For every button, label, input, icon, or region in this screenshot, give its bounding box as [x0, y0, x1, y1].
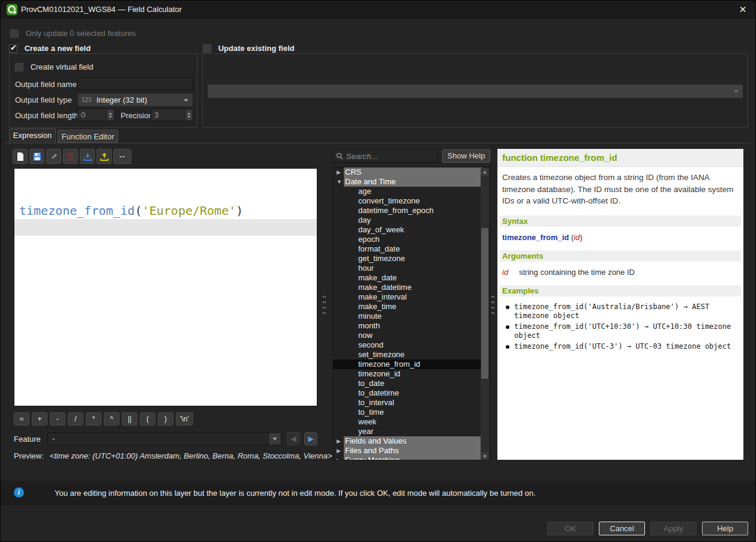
- tree-item-convert-timezone[interactable]: convert_timezone: [333, 196, 482, 206]
- tree-item-age[interactable]: age: [333, 187, 482, 196]
- tree-item-month[interactable]: month: [333, 321, 482, 331]
- checkbox-box[interactable]: [203, 44, 211, 53]
- tree-item-week[interactable]: week: [333, 417, 482, 427]
- new-expression-button[interactable]: [13, 149, 28, 164]
- output-field-name-input[interactable]: [77, 77, 193, 90]
- feature-select[interactable]: -: [47, 432, 281, 445]
- tree-item-make-interval[interactable]: make_interval: [333, 292, 482, 302]
- syntax-function-name: timezone_from_id: [502, 233, 569, 242]
- tree-group-fuzzy-matching[interactable]: ▶Fuzzy Matching: [333, 456, 482, 460]
- update-existing-field-checkbox[interactable]: Update existing field: [203, 44, 295, 53]
- tree-group-files-and-paths[interactable]: ▶Files and Paths: [333, 446, 482, 456]
- import-down-arrow-icon: [83, 152, 92, 161]
- group-label: Files and Paths: [344, 446, 482, 456]
- spinner-arrows-icon[interactable]: [106, 109, 114, 121]
- tree-item-get-timezone[interactable]: get_timezone: [333, 254, 482, 263]
- group-label: Fields and Values: [344, 436, 482, 446]
- tree-item-day[interactable]: day: [333, 215, 482, 225]
- precision-stepper[interactable]: 3: [151, 109, 193, 121]
- tree-item-format-date[interactable]: format_date: [333, 244, 482, 254]
- example-row: timezone_from_id('Australia/Brisbane') →…: [512, 303, 739, 321]
- operator-button[interactable]: /: [68, 412, 83, 426]
- existing-field-select: [207, 84, 743, 98]
- tree-item-second[interactable]: second: [333, 340, 482, 350]
- function-search[interactable]: [332, 149, 438, 163]
- tree-item-make-datetime[interactable]: make_datetime: [333, 283, 482, 292]
- chevron-collapsed-icon[interactable]: ▶: [337, 456, 341, 460]
- create-new-field-checkbox[interactable]: Create a new field: [9, 44, 91, 53]
- save-expression-button[interactable]: [29, 149, 44, 164]
- operator-button[interactable]: -: [50, 412, 65, 426]
- operator-button[interactable]: ): [158, 412, 173, 426]
- editor-cursor-line: [14, 219, 317, 236]
- chevron-collapsed-icon[interactable]: ▶: [337, 446, 341, 456]
- import-expression-button[interactable]: [80, 149, 95, 164]
- tree-group-crs[interactable]: ▶CRS: [333, 167, 482, 177]
- tree-item-timezone-from-id[interactable]: timezone_from_id: [333, 360, 482, 369]
- title-bar[interactable]: ProvCM01012021_WGS84 — Field Calculator …: [1, 1, 756, 19]
- help-button[interactable]: Help: [702, 522, 748, 535]
- tab-function-editor[interactable]: Function Editor: [58, 130, 118, 143]
- tree-item-now[interactable]: now: [333, 331, 482, 340]
- splitter-handle[interactable]: [323, 296, 326, 314]
- function-label: hour: [333, 263, 482, 273]
- scroll-down-icon[interactable]: ▼: [481, 453, 489, 460]
- comment-button[interactable]: --: [113, 149, 131, 164]
- tree-item-day-of-week[interactable]: day_of_week: [333, 225, 482, 235]
- output-field-name-label: Output field name: [15, 80, 77, 89]
- search-input[interactable]: [346, 152, 430, 161]
- expression-function: timezone_from_id: [19, 203, 135, 218]
- operator-button[interactable]: *: [86, 412, 101, 426]
- operator-button[interactable]: '\n': [176, 412, 193, 426]
- output-field-type-select[interactable]: 123 Integer (32 bit): [77, 93, 193, 107]
- operator-button[interactable]: ^: [104, 412, 119, 426]
- expression-editor[interactable]: timezone_from_id('Europe/Rome'): [14, 168, 317, 406]
- operator-button[interactable]: (: [140, 412, 155, 426]
- tree-item-timezone-id[interactable]: timezone_id: [333, 369, 482, 379]
- trash-icon: [66, 152, 76, 161]
- tree-item-to-interval[interactable]: to_interval: [333, 398, 482, 408]
- scroll-up-icon[interactable]: ▲: [481, 168, 489, 176]
- tree-item-epoch[interactable]: epoch: [333, 235, 482, 244]
- chevron-collapsed-icon[interactable]: ▶: [337, 436, 341, 446]
- tree-group-fields-and-values[interactable]: ▶Fields and Values: [333, 436, 482, 446]
- next-feature-button[interactable]: ▶: [304, 432, 317, 445]
- show-help-button[interactable]: Show Help: [442, 149, 490, 163]
- tree-scrollbar[interactable]: ▲ ▼: [481, 168, 489, 460]
- help-title: function timezone_from_id: [497, 149, 743, 167]
- tree-group-date-and-time[interactable]: ▼Date and Time: [333, 177, 482, 187]
- function-label: week: [333, 417, 482, 427]
- tree-item-to-datetime[interactable]: to_datetime: [333, 388, 482, 398]
- function-tree[interactable]: ▶CRS▼Date and Timeageconvert_timezonedat…: [332, 167, 490, 460]
- new-file-icon: [16, 152, 25, 161]
- chevron-expanded-icon[interactable]: ▼: [337, 177, 342, 187]
- checkbox-box[interactable]: [9, 44, 17, 53]
- close-icon[interactable]: ✕: [736, 4, 749, 16]
- tree-item-hour[interactable]: hour: [333, 263, 482, 273]
- chevron-down-icon[interactable]: [268, 433, 281, 445]
- cancel-button[interactable]: Cancel: [599, 522, 645, 535]
- tree-item-make-date[interactable]: make_date: [333, 273, 482, 283]
- export-expression-button[interactable]: [97, 149, 112, 164]
- scrollbar-thumb[interactable]: [481, 228, 488, 379]
- splitter-handle[interactable]: [491, 296, 495, 314]
- tree-item-to-time[interactable]: to_time: [333, 408, 482, 417]
- chevron-collapsed-icon[interactable]: ▶: [337, 167, 341, 177]
- operator-button[interactable]: +: [32, 412, 47, 426]
- tree-item-year[interactable]: year: [333, 427, 482, 436]
- create-virtual-field-label: Create virtual field: [31, 62, 94, 71]
- tree-item-set-timezone[interactable]: set_timezone: [333, 350, 482, 360]
- function-label: to_interval: [333, 398, 482, 408]
- output-field-length-stepper[interactable]: 0: [77, 109, 115, 121]
- operator-button[interactable]: ||: [122, 412, 137, 426]
- tree-item-datetime-from-epoch[interactable]: datetime_from_epoch: [333, 206, 482, 215]
- function-label: make_date: [333, 273, 482, 283]
- tab-expression[interactable]: Expression: [9, 128, 56, 143]
- tree-item-to-date[interactable]: to_date: [333, 379, 482, 388]
- feature-value: -: [52, 434, 55, 443]
- spinner-arrows-icon[interactable]: [185, 109, 193, 121]
- syntax-argument: id: [574, 233, 580, 242]
- tree-item-make-time[interactable]: make_time: [333, 302, 482, 312]
- tree-item-minute[interactable]: minute: [333, 312, 482, 321]
- operator-button[interactable]: =: [14, 412, 29, 426]
